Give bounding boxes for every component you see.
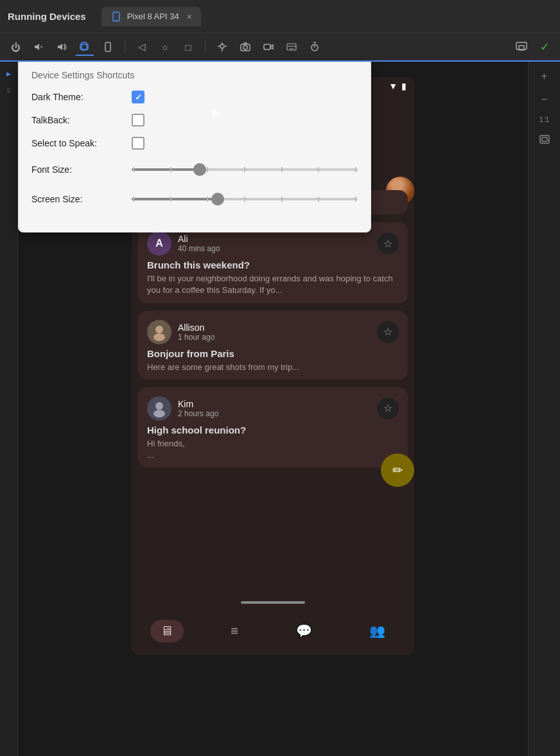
nav-chat-icon: ≡ (231, 624, 238, 638)
select-to-speak-row: Select to Speak: (31, 137, 358, 150)
keyboard-button[interactable] (283, 38, 301, 56)
svg-point-12 (243, 46, 247, 49)
allison-preview: Here are some great shots from my trip..… (147, 362, 399, 373)
location-button[interactable] (213, 38, 231, 56)
allison-subject: Bonjour from Paris (147, 348, 399, 359)
svg-point-26 (153, 333, 165, 341)
svg-rect-3 (82, 42, 87, 50)
kim-subject: High school reunion? (147, 425, 399, 435)
bottom-nav: 🖥 ≡ 💬 👥 (132, 611, 414, 655)
ali-header: A Ali 40 mins ago ☆ (147, 231, 399, 256)
ali-subject: Brunch this weekend? (147, 259, 399, 270)
title-bar: Running Devices Pixel 8 API 34 × (0, 0, 560, 33)
ratio-label: 1:1 (539, 116, 549, 123)
allison-avatar-inner (147, 320, 171, 344)
screen-size-slider[interactable] (132, 189, 358, 209)
ali-avatar-inner: A (147, 231, 171, 256)
screen-size-row: Screen Size: (31, 189, 358, 209)
back-button[interactable]: ◁ (133, 38, 151, 56)
ali-preview: I'll be in your neighborhood doing erran… (147, 273, 399, 296)
select-to-speak-checkbox[interactable] (132, 137, 144, 150)
right-panel: + − 1:1 (528, 62, 560, 756)
check-button[interactable]: ✓ (536, 38, 554, 56)
home-button[interactable]: ○ (156, 38, 174, 56)
nav-meet[interactable]: 👥 (359, 619, 396, 642)
zoom-out-button[interactable]: − (535, 90, 554, 109)
kim-avatar (147, 396, 171, 421)
dark-theme-checkbox[interactable]: ✓ (132, 91, 144, 103)
tab-close-button[interactable]: × (187, 12, 192, 22)
svg-point-1 (116, 19, 117, 21)
device-tab[interactable]: Pixel 8 API 34 × (101, 7, 201, 26)
scroll-indicator (241, 601, 305, 604)
recents-button[interactable]: □ (179, 38, 197, 56)
message-card-allison[interactable]: Allison 1 hour ago ☆ Bonjour from Paris … (138, 311, 408, 380)
allison-header: Allison 1 hour ago ☆ (147, 320, 399, 344)
allison-name: Allison (178, 322, 371, 333)
checkbox-checkmark: ✓ (135, 92, 142, 102)
message-card-ali[interactable]: A Ali 40 mins ago ☆ Brunch this weekend?… (138, 222, 408, 303)
sidebar-strip: ▶ S (0, 62, 18, 756)
nav-mail-icon: 🖥 (161, 624, 173, 638)
ali-time: 40 mins ago (178, 244, 371, 253)
sidebar-item-1[interactable]: ▶ (2, 67, 16, 81)
dark-theme-row: Dark Theme: ✓ (31, 91, 358, 103)
vol-up-button[interactable] (53, 38, 71, 56)
power-button[interactable]: ⏻ (6, 38, 24, 56)
talkback-row: TalkBack: (31, 114, 358, 127)
svg-rect-30 (542, 137, 547, 141)
vol-down-button[interactable] (30, 38, 48, 56)
kim-meta: Kim 2 hours ago (178, 399, 371, 418)
nav-meet-icon: 👥 (369, 623, 385, 638)
nav-chat[interactable]: ≡ (220, 620, 249, 642)
svg-rect-29 (540, 136, 549, 143)
ali-star-button[interactable]: ☆ (377, 233, 399, 254)
talkback-checkbox[interactable] (132, 114, 144, 127)
allison-meta: Allison 1 hour ago (178, 322, 371, 342)
dark-theme-label: Dark Theme: (31, 92, 121, 102)
rotate-portrait-button[interactable] (99, 38, 117, 56)
display-button[interactable] (512, 38, 530, 56)
toolbar-right: ✓ (512, 38, 554, 56)
svg-point-27 (155, 402, 163, 410)
toolbar: ⏻ ◁ ○ □ ✓ (0, 33, 560, 62)
talkback-label: TalkBack: (31, 115, 121, 125)
svg-point-25 (155, 326, 163, 333)
allison-star-button[interactable]: ☆ (377, 321, 399, 343)
camera-button[interactable] (236, 38, 254, 56)
sidebar-item-2[interactable]: S (2, 84, 16, 98)
app-title: Running Devices (8, 11, 86, 22)
tab-label: Pixel 8 API 34 (127, 12, 179, 21)
kim-time: 2 hours ago (178, 409, 371, 418)
svg-line-2 (40, 46, 42, 48)
video-button[interactable] (259, 38, 277, 56)
kim-preview-extra: ... (147, 450, 399, 461)
svg-point-6 (220, 44, 224, 48)
screen-size-label: Screen Size: (31, 194, 121, 204)
timer-button[interactable] (306, 38, 324, 56)
font-size-label: Font Size: (31, 164, 121, 175)
fit-button[interactable] (535, 130, 554, 149)
kim-header: Kim 2 hours ago ☆ (147, 396, 399, 421)
font-size-row: Font Size: (31, 160, 358, 179)
nav-message[interactable]: 💬 (286, 619, 322, 642)
separator-2 (205, 40, 206, 53)
message-card-kim[interactable]: Kim 2 hours ago ☆ High school reunion? H… (138, 387, 408, 468)
kim-avatar-inner (147, 396, 171, 421)
battery-icon: ▮ (401, 81, 407, 91)
tab-device-icon (110, 11, 122, 22)
allison-avatar (147, 320, 171, 344)
select-to-speak-label: Select to Speak: (31, 138, 121, 148)
separator-1 (125, 40, 125, 53)
zoom-in-button[interactable]: + (535, 67, 554, 86)
kim-star-button[interactable]: ☆ (377, 398, 399, 419)
rotate-button[interactable] (76, 38, 94, 56)
nav-message-icon: 💬 (296, 623, 312, 638)
kim-preview: Hi friends, (147, 438, 399, 450)
ali-meta: Ali 40 mins ago (178, 234, 371, 253)
device-settings-title: Device Settings Shortcuts (31, 70, 358, 80)
fab-compose-button[interactable]: ✏ (381, 453, 414, 487)
wifi-icon: ▼ (389, 81, 398, 91)
font-size-slider[interactable] (132, 160, 358, 179)
nav-mail[interactable]: 🖥 (150, 620, 184, 642)
